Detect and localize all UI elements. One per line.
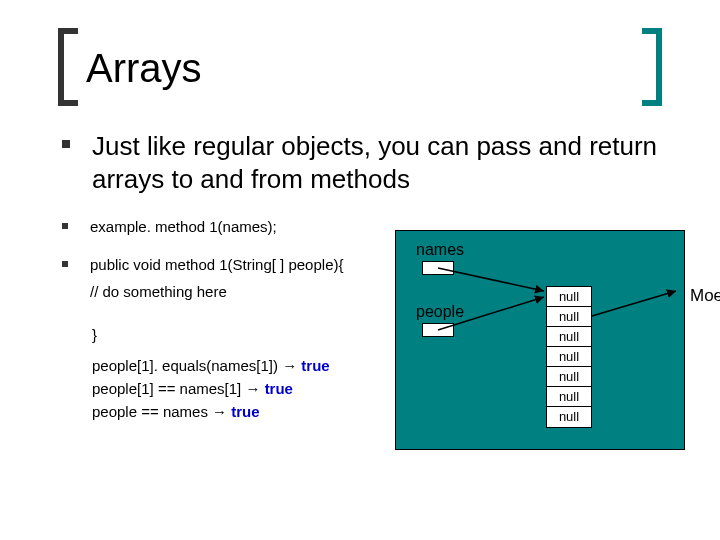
array-box: null null null null null null null [546,286,592,428]
array-cell: null [547,407,591,427]
arrow-icon: → [212,403,231,420]
array-cell: null [547,327,591,347]
array-cell: null [547,307,591,327]
code-line-2: public void method 1(String[ ] people){ [90,255,343,275]
people-ref-box [422,323,454,337]
equality-line-2: people[1] == names[1] → true [92,380,392,397]
code-bullet-1: example. method 1(names); [62,217,392,237]
eq1-lhs: people[1]. equals(names[1]) [92,357,282,374]
eq3-lhs: people == names [92,403,212,420]
array-cell: null [547,347,591,367]
main-bullet: Just like regular objects, you can pass … [62,130,662,195]
equality-line-1: people[1]. equals(names[1]) → true [92,357,392,374]
eq2-result: true [265,380,293,397]
code-close-brace: } [92,326,392,343]
arrow-icon: → [282,357,301,374]
names-label: names [416,241,464,259]
eq2-lhs: people[1] == names[1] [92,380,245,397]
code-line-1: example. method 1(names); [90,217,277,237]
array-cell: null [547,387,591,407]
array-cell: null [547,367,591,387]
bullet-icon [62,140,70,148]
moe-object-label: Moe [690,286,720,306]
bullet-icon [62,223,68,229]
bullet-icon [62,261,68,267]
code-bullet-2: public void method 1(String[ ] people){ … [62,255,392,302]
arrow-icon: → [245,380,264,397]
code-line-3: // do something here [90,282,343,302]
body-content: Just like regular objects, you can pass … [62,130,392,426]
equality-line-3: people == names → true [92,403,392,420]
memory-diagram: names people null null null null null nu… [395,230,685,450]
names-ref-box [422,261,454,275]
code-block: public void method 1(String[ ] people){ … [90,255,343,302]
people-label: people [416,303,464,321]
eq1-result: true [301,357,329,374]
eq3-result: true [231,403,259,420]
array-cell: null [547,287,591,307]
svg-line-2 [592,291,676,316]
slide-title: Arrays [86,46,202,91]
bracket-left-icon [58,28,78,106]
bracket-right-icon [642,28,662,106]
title-bar: Arrays [58,28,662,106]
main-bullet-text: Just like regular objects, you can pass … [92,130,662,195]
